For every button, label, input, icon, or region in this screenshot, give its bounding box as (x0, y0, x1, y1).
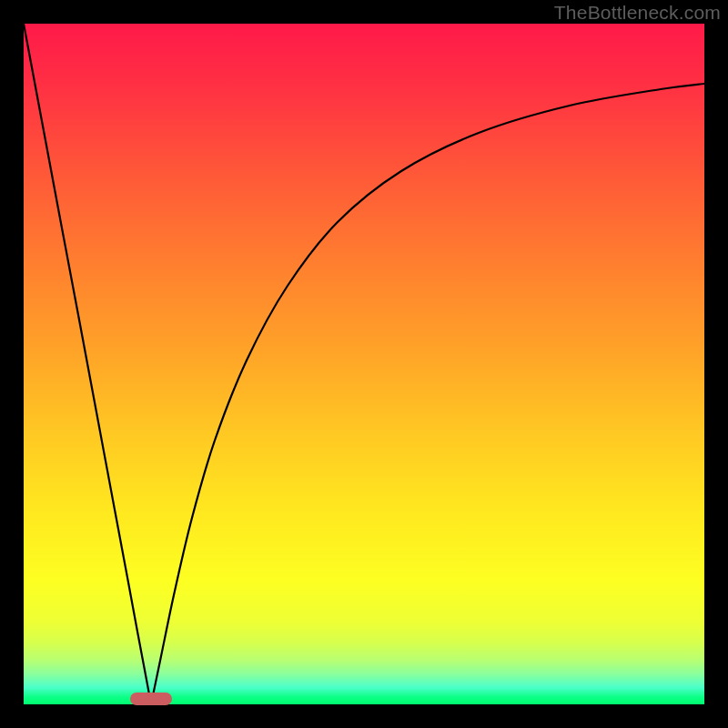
chart-frame: TheBottleneck.com (0, 0, 728, 728)
vertex-marker (130, 693, 172, 705)
watermark-text: TheBottleneck.com (554, 2, 721, 24)
bottleneck-curve (24, 24, 704, 704)
plot-area (24, 24, 704, 704)
